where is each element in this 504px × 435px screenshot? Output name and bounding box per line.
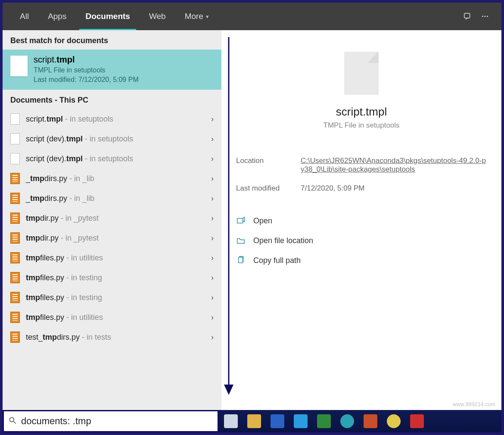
result-location: - in _lib [67, 194, 94, 203]
result-text: script (dev).tmpl - in setuptools [26, 135, 205, 144]
result-item[interactable]: tmpfiles.py - in utilities› [3, 248, 221, 268]
chevron-right-icon[interactable]: › [211, 293, 214, 302]
search-results-pane: Best match for documents script.tmpl TMP… [3, 30, 501, 410]
result-item[interactable]: _tmpdirs.py - in _lib› [3, 188, 221, 208]
chevron-right-icon[interactable]: › [211, 174, 214, 183]
result-item[interactable]: script (dev).tmpl - in setuptools› [3, 129, 221, 149]
result-location: - in testing [64, 293, 102, 302]
ie-icon[interactable] [294, 414, 308, 428]
svg-rect-4 [237, 219, 243, 223]
tab-web-label: Web [149, 12, 166, 21]
python-file-icon [10, 292, 20, 303]
result-item[interactable]: tmpfiles.py - in testing› [3, 288, 221, 307]
task-view-icon[interactable] [224, 414, 238, 428]
search-input[interactable] [21, 416, 213, 427]
excel-icon[interactable] [317, 414, 331, 428]
result-text: tmpfiles.py - in utilities [26, 253, 205, 263]
tab-more-label: More [185, 12, 203, 21]
chevron-right-icon[interactable]: › [211, 115, 214, 124]
meta-location: Location C:\Users\JR625WN\Anaconda3\pkgs… [236, 151, 487, 179]
svg-rect-5 [239, 257, 243, 263]
action-open-location[interactable]: Open file location [236, 231, 487, 250]
chevron-right-icon[interactable]: › [211, 313, 214, 322]
result-item[interactable]: tmpdir.py - in _pytest› [3, 208, 221, 228]
best-match-title: script.tmpl [34, 55, 139, 65]
result-item[interactable]: tmpfiles.py - in utilities› [3, 307, 221, 327]
preview-pane: script.tmpl TMPL File in setuptools Loca… [221, 30, 501, 410]
tab-all-label: All [20, 12, 29, 21]
copy-icon [236, 256, 246, 265]
pdf-icon[interactable] [410, 414, 424, 428]
result-location: - in setuptools [63, 115, 113, 123]
result-filename: script (dev).tmpl [26, 154, 83, 163]
result-text: tmpfiles.py - in utilities [26, 313, 205, 322]
python-file-icon [10, 332, 20, 343]
meta-location-value[interactable]: C:\Users\JR625WN\Anaconda3\pkgs\setuptoo… [301, 156, 487, 174]
result-filename: tmpfiles.py [26, 293, 64, 302]
file-explorer-icon[interactable] [247, 414, 261, 428]
best-match-header: Best match for documents [3, 30, 221, 50]
chevron-right-icon[interactable]: › [211, 333, 214, 342]
search-box[interactable] [3, 410, 219, 432]
chevron-right-icon[interactable]: › [211, 135, 214, 144]
tab-all[interactable]: All [10, 3, 38, 30]
tab-apps[interactable]: Apps [38, 3, 76, 30]
result-filename: _tmpdirs.py [26, 174, 67, 183]
action-copy-path-label: Copy full path [253, 256, 301, 265]
python-file-icon [10, 232, 20, 244]
bottom-bar [3, 410, 501, 432]
result-filename: tmpdir.py [26, 234, 59, 242]
result-filename: tmpdir.py [26, 214, 59, 222]
chevron-right-icon[interactable]: › [211, 253, 214, 263]
tab-apps-label: Apps [48, 12, 66, 21]
result-text: test_tmpdirs.py - in tests [26, 333, 205, 342]
result-location: - in tests [80, 333, 111, 341]
svg-point-3 [487, 16, 488, 17]
result-location: - in setuptools [83, 135, 133, 143]
result-filename: script (dev).tmpl [26, 135, 83, 143]
word-icon[interactable] [271, 414, 284, 428]
action-open[interactable]: Open [236, 211, 487, 231]
action-copy-path[interactable]: Copy full path [236, 250, 487, 270]
result-location: - in utilities [64, 253, 103, 262]
search-icon [8, 416, 17, 427]
feedback-icon[interactable] [459, 8, 476, 25]
taskbar [219, 410, 501, 432]
result-location: - in _pytest [59, 214, 99, 222]
result-text: _tmpdirs.py - in _lib [26, 174, 205, 183]
svg-point-1 [482, 16, 483, 17]
tab-more[interactable]: More ▾ [175, 3, 218, 30]
best-match-modified: Last modified: 7/12/2020, 5:09 PM [34, 76, 139, 84]
result-item[interactable]: script (dev).tmpl - in setuptools› [3, 149, 221, 169]
result-item[interactable]: test_tmpdirs.py - in tests› [3, 327, 221, 347]
chrome-icon[interactable] [387, 414, 401, 428]
best-match-result[interactable]: script.tmpl TMPL File in setuptools Last… [3, 50, 221, 90]
tab-documents[interactable]: Documents [76, 3, 139, 30]
svg-line-9 [14, 421, 16, 423]
best-match-filename-prefix: script. [34, 55, 56, 64]
result-item[interactable]: script.tmpl - in setuptools› [3, 109, 221, 129]
file-icon [10, 56, 28, 76]
powerpoint-icon[interactable] [364, 414, 377, 428]
chevron-right-icon[interactable]: › [211, 194, 214, 203]
python-file-icon [10, 213, 20, 224]
tab-web[interactable]: Web [140, 3, 175, 30]
chevron-right-icon[interactable]: › [211, 154, 214, 163]
meta-location-label: Location [236, 156, 301, 174]
result-text: tmpfiles.py - in testing [26, 273, 205, 282]
action-open-label: Open [253, 216, 272, 225]
result-location: - in testing [64, 273, 102, 282]
result-item[interactable]: _tmpdirs.py - in _lib› [3, 169, 221, 188]
search-filter-tabs: All Apps Documents Web More ▾ [3, 3, 501, 30]
preview-actions: Open Open file location Copy full path [236, 211, 487, 270]
document-file-icon [10, 113, 20, 125]
more-options-icon[interactable] [476, 8, 494, 25]
result-item[interactable]: tmpfiles.py - in testing› [3, 268, 221, 288]
chevron-right-icon[interactable]: › [211, 214, 214, 223]
result-item[interactable]: tmpdir.py - in _pytest› [3, 228, 221, 248]
chevron-right-icon[interactable]: › [211, 234, 214, 243]
preview-subtitle: TMPL File in setuptools [236, 121, 487, 130]
result-location: - in _lib [67, 174, 94, 183]
edge-icon[interactable] [340, 414, 354, 428]
chevron-right-icon[interactable]: › [211, 273, 214, 282]
